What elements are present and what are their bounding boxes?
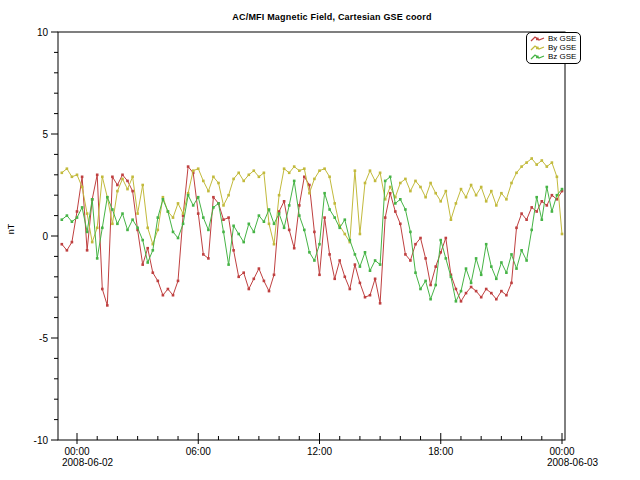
legend-item-bz: Bz GSE <box>530 52 576 61</box>
by-line-sample-icon <box>530 44 545 52</box>
svg-text:06:00: 06:00 <box>186 446 211 457</box>
svg-text:2008-06-02: 2008-06-02 <box>62 457 114 468</box>
series-by-gse <box>61 157 564 245</box>
series-bz-gse <box>61 176 564 303</box>
svg-text:-10: -10 <box>34 435 49 446</box>
svg-text:12:00: 12:00 <box>307 446 332 457</box>
legend-label-bz: Bz GSE <box>548 52 576 61</box>
legend-item-by: By GSE <box>530 43 576 52</box>
svg-text:2008-06-03: 2008-06-03 <box>547 457 599 468</box>
x-axis-ticks <box>77 433 562 444</box>
svg-text:-5: -5 <box>39 333 48 344</box>
bx-line-sample-icon <box>530 35 545 43</box>
svg-text:5: 5 <box>42 129 48 140</box>
chart-canvas: AC/MFI Magnetic Field, Cartesian GSE coo… <box>0 0 640 480</box>
y-axis-tick-labels: 1050-5-10 <box>34 27 49 446</box>
plot-frame <box>58 32 565 440</box>
svg-text:18:00: 18:00 <box>428 446 453 457</box>
legend-label-by: By GSE <box>548 43 576 52</box>
svg-text:00:00: 00:00 <box>549 446 574 457</box>
plot-area: 1050-5-1000:002008-06-0206:0012:0018:000… <box>0 0 640 480</box>
y-axis-ticks <box>51 32 58 440</box>
x-axis-tick-labels: 00:002008-06-0206:0012:0018:0000:002008-… <box>62 446 599 468</box>
bz-line-sample-icon <box>530 53 545 61</box>
svg-text:0: 0 <box>42 231 48 242</box>
legend: Bx GSE By GSE Bz GSE <box>526 32 581 64</box>
series-bz-gse-markers <box>61 176 564 303</box>
svg-text:00:00: 00:00 <box>64 446 89 457</box>
legend-label-bx: Bx GSE <box>548 34 576 43</box>
svg-text:10: 10 <box>37 27 49 38</box>
legend-item-bx: Bx GSE <box>530 34 576 43</box>
